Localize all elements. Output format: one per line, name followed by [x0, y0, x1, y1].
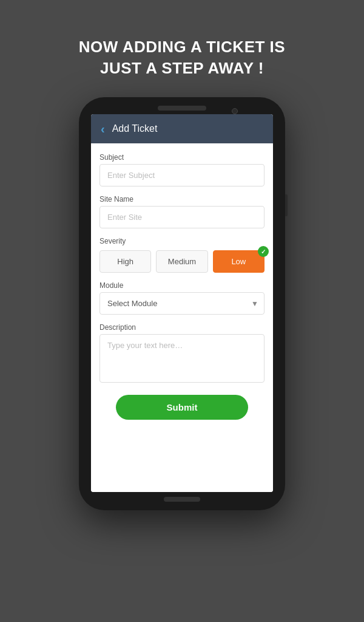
- phone-shell: ‹ Add Ticket Subject Site Name Severity …: [79, 97, 285, 510]
- side-button: [285, 194, 288, 216]
- severity-label: Severity: [99, 237, 265, 245]
- subject-input[interactable]: [99, 164, 265, 186]
- phone-screen: ‹ Add Ticket Subject Site Name Severity …: [91, 114, 273, 492]
- severity-low-button[interactable]: Low ✓: [213, 250, 265, 273]
- module-select[interactable]: Select Module Module A Module B Module C: [99, 292, 265, 315]
- description-field-group: Description: [99, 323, 265, 383]
- severity-medium-button[interactable]: Medium: [156, 250, 207, 273]
- module-label: Module: [99, 281, 265, 290]
- phone-speaker: [158, 106, 206, 111]
- subject-field-group: Subject: [99, 153, 265, 186]
- module-field-group: Module Select Module Module A Module B M…: [99, 281, 265, 315]
- headline-line1: NOW ADDING A TICKET IS: [79, 38, 285, 56]
- front-camera: [232, 108, 238, 114]
- app-header: ‹ Add Ticket: [91, 114, 273, 143]
- phone-bottom-bar: [164, 497, 200, 502]
- severity-buttons: High Medium Low ✓: [99, 250, 265, 273]
- module-select-wrapper: Select Module Module A Module B Module C…: [99, 292, 265, 315]
- severity-section: Severity High Medium Low ✓: [99, 237, 265, 273]
- active-check-badge: ✓: [258, 246, 269, 257]
- submit-button[interactable]: Submit: [116, 395, 248, 420]
- description-label: Description: [99, 323, 265, 332]
- headline-text: NOW ADDING A TICKET IS JUST A STEP AWAY …: [79, 36, 285, 79]
- subject-label: Subject: [99, 153, 265, 162]
- form-area: Subject Site Name Severity High Medium L…: [91, 143, 273, 492]
- description-textarea[interactable]: [99, 334, 265, 383]
- site-name-label: Site Name: [99, 195, 265, 203]
- severity-high-button[interactable]: High: [99, 250, 151, 273]
- site-name-field-group: Site Name: [99, 195, 265, 228]
- back-button[interactable]: ‹: [101, 123, 105, 135]
- headline-line2: JUST A STEP AWAY !: [100, 59, 264, 77]
- app-title: Add Ticket: [112, 123, 158, 134]
- site-name-input[interactable]: [99, 206, 265, 228]
